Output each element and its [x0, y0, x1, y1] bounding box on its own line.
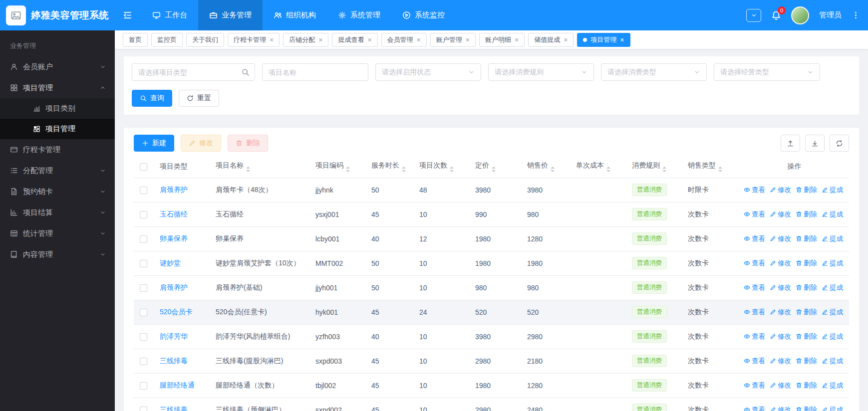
- view-link[interactable]: 查看: [744, 283, 765, 292]
- commission-link[interactable]: 提成: [822, 357, 843, 366]
- edit-row-link[interactable]: 修改: [770, 406, 791, 411]
- delete-row-link[interactable]: 删除: [796, 308, 817, 317]
- view-link[interactable]: 查看: [744, 210, 765, 219]
- sidebar-item[interactable]: 会员账户: [0, 56, 115, 77]
- tab-close-icon[interactable]: ×: [515, 36, 519, 43]
- tab-close-icon[interactable]: ×: [270, 36, 274, 43]
- delete-row-link[interactable]: 删除: [796, 259, 817, 268]
- edit-row-link[interactable]: 修改: [770, 381, 791, 390]
- delete-row-link[interactable]: 删除: [796, 357, 817, 366]
- project-type-link[interactable]: 三线排毒: [160, 406, 188, 411]
- tab[interactable]: 监控页: [151, 33, 183, 47]
- project-type-link[interactable]: 三线排毒: [160, 357, 188, 365]
- sort-icon[interactable]: [551, 167, 555, 172]
- edit-row-link[interactable]: 修改: [770, 186, 791, 195]
- project-type-link[interactable]: 韵泽芳华: [160, 332, 188, 340]
- refresh-table-button[interactable]: [830, 135, 849, 152]
- query-button[interactable]: 查询: [132, 90, 172, 107]
- commission-link[interactable]: 提成: [822, 406, 843, 411]
- project-type-link[interactable]: 谜妙堂: [160, 259, 181, 267]
- view-link[interactable]: 查看: [744, 357, 765, 366]
- sort-icon[interactable]: [346, 167, 350, 172]
- project-type-link[interactable]: 腿部经络通: [160, 381, 195, 389]
- delete-row-link[interactable]: 删除: [796, 186, 817, 195]
- tab[interactable]: 会员管理×: [381, 33, 427, 47]
- sort-icon[interactable]: [718, 167, 722, 172]
- username[interactable]: 管理员: [819, 10, 842, 20]
- view-link[interactable]: 查看: [744, 308, 765, 317]
- filter-input[interactable]: [262, 63, 368, 81]
- edit-row-link[interactable]: 修改: [770, 234, 791, 243]
- top-nav-item[interactable]: 业务管理: [198, 0, 263, 30]
- commission-link[interactable]: 提成: [822, 332, 843, 341]
- view-link[interactable]: 查看: [744, 186, 765, 195]
- tab[interactable]: 账户管理×: [430, 33, 476, 47]
- top-nav-item[interactable]: 组织机构: [263, 0, 327, 30]
- project-type-link[interactable]: 卵巢保养: [160, 234, 188, 242]
- row-checkbox[interactable]: [140, 407, 147, 411]
- new-button[interactable]: 新建: [134, 135, 174, 152]
- row-checkbox[interactable]: [140, 187, 147, 194]
- edit-row-link[interactable]: 修改: [770, 259, 791, 268]
- tab[interactable]: 关于我们: [186, 33, 224, 47]
- view-link[interactable]: 查看: [744, 332, 765, 341]
- download-button[interactable]: [805, 135, 825, 152]
- tab[interactable]: 疗程卡管理×: [228, 33, 280, 47]
- sidebar-item[interactable]: 项目结算: [0, 202, 115, 223]
- edit-button[interactable]: 修改: [181, 135, 221, 152]
- delete-row-link[interactable]: 删除: [796, 381, 817, 390]
- sidebar-subitem[interactable]: 项目管理: [0, 119, 115, 139]
- sidebar-subitem[interactable]: 项目类别: [0, 98, 115, 119]
- filter-select[interactable]: 请选择消费规则: [488, 63, 594, 81]
- row-checkbox[interactable]: [140, 235, 147, 243]
- project-type-link[interactable]: 520会员卡: [160, 308, 192, 316]
- tab-close-icon[interactable]: ×: [620, 36, 624, 43]
- top-nav-item[interactable]: 系统监控: [391, 0, 456, 30]
- reset-button[interactable]: 重置: [179, 90, 219, 107]
- sidebar-item[interactable]: 预约销卡: [0, 181, 115, 202]
- sort-icon[interactable]: [606, 167, 610, 172]
- view-link[interactable]: 查看: [744, 381, 765, 390]
- header-dropdown-button[interactable]: [746, 9, 761, 22]
- search-icon[interactable]: [241, 68, 250, 76]
- view-link[interactable]: 查看: [744, 259, 765, 268]
- filter-input[interactable]: [132, 63, 255, 81]
- tab[interactable]: 项目管理×: [577, 33, 630, 47]
- avatar[interactable]: [791, 6, 809, 24]
- edit-row-link[interactable]: 修改: [770, 210, 791, 219]
- tab[interactable]: 提成查看×: [332, 33, 377, 47]
- edit-row-link[interactable]: 修改: [770, 283, 791, 292]
- delete-row-link[interactable]: 删除: [796, 234, 817, 243]
- sort-icon[interactable]: [492, 167, 496, 172]
- tab[interactable]: 店铺分配×: [283, 33, 328, 47]
- sidebar-collapse-button[interactable]: [123, 10, 132, 20]
- delete-row-link[interactable]: 删除: [796, 332, 817, 341]
- filter-select[interactable]: 请选择经营类型: [714, 63, 820, 81]
- commission-link[interactable]: 提成: [822, 186, 843, 195]
- sidebar-item[interactable]: 内容管理: [0, 244, 115, 265]
- edit-row-link[interactable]: 修改: [770, 308, 791, 317]
- commission-link[interactable]: 提成: [822, 210, 843, 219]
- commission-link[interactable]: 提成: [822, 283, 843, 292]
- edit-row-link[interactable]: 修改: [770, 332, 791, 341]
- tab-close-icon[interactable]: ×: [564, 36, 568, 43]
- filter-select[interactable]: 请选择启用状态: [375, 63, 481, 81]
- project-type-link[interactable]: 玉石循经: [160, 210, 188, 218]
- row-checkbox[interactable]: [140, 284, 147, 292]
- commission-link[interactable]: 提成: [822, 234, 843, 243]
- project-type-link[interactable]: 肩颈养护: [160, 283, 188, 291]
- row-checkbox[interactable]: [140, 382, 147, 390]
- export-button[interactable]: [781, 135, 800, 152]
- filter-select[interactable]: 请选择消费类型: [601, 63, 707, 81]
- tab-close-icon[interactable]: ×: [367, 36, 371, 43]
- more-menu-button[interactable]: [852, 11, 860, 19]
- row-checkbox[interactable]: [140, 333, 147, 341]
- edit-row-link[interactable]: 修改: [770, 357, 791, 366]
- commission-link[interactable]: 提成: [822, 381, 843, 390]
- commission-link[interactable]: 提成: [822, 259, 843, 268]
- delete-button[interactable]: 删除: [228, 135, 268, 152]
- project-type-link[interactable]: 肩颈养护: [160, 186, 188, 194]
- top-nav-item[interactable]: 系统管理: [327, 0, 391, 30]
- tab-close-icon[interactable]: ×: [417, 36, 421, 43]
- sort-icon[interactable]: [662, 167, 666, 172]
